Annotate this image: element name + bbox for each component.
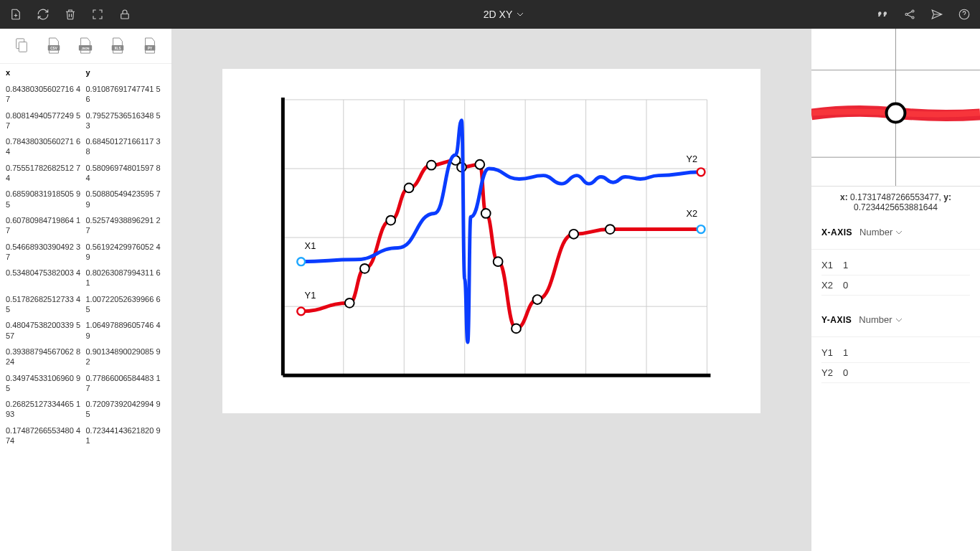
data-row[interactable]: 0.39388794567062 8240.90134890029085 92 [0,344,171,370]
copy-icon[interactable] [13,36,30,56]
refresh-icon[interactable] [36,7,50,22]
svg-point-41 [533,295,542,304]
chart-svg: X1Y1X2Y2 [251,94,732,388]
svg-point-1 [905,14,908,16]
data-row[interactable]: 0.54668930390492 370.56192429976052 49 [0,239,171,265]
quote-icon[interactable] [875,7,890,22]
lock-icon[interactable] [118,7,132,22]
svg-rect-0 [121,14,129,19]
cell-y: 1.00722052639966 65 [86,294,166,315]
svg-point-32 [386,216,395,225]
yaxis-inputs: Y11Y20 [811,337,980,393]
xaxis-inputs: X11X20 [811,250,980,306]
data-table: x y 0.84380305602716 470.91087691747741 … [0,64,171,448]
data-sidebar: CSV JSON XLS PY x y 0.84380305602716 470… [0,29,172,551]
send-icon[interactable] [930,7,944,22]
svg-text:CSV: CSV [50,47,57,50]
cell-y: 0.50880549423595 79 [86,189,166,209]
data-row[interactable]: 0.17487266553480 4740.72344143621820 91 [0,423,171,449]
svg-rect-6 [19,42,27,52]
main: CSV JSON XLS PY x y 0.84380305602716 470… [0,29,980,551]
data-row[interactable]: 0.34974533106960 950.77866006584483 17 [0,370,171,397]
axis-input-value: 0 [843,367,848,378]
json-export-icon[interactable]: JSON [77,36,94,56]
data-row[interactable]: 0.53480475382003 40.80263087994311 61 [0,265,171,291]
cell-x: 0.51782682512733 45 [6,294,86,315]
axis-input-row[interactable]: Y20 [821,363,970,383]
axis-input-label: X2 [821,280,843,291]
svg-point-43 [606,225,615,234]
svg-point-50 [697,168,705,176]
axis-input-row[interactable]: Y11 [821,343,970,363]
topbar-right [875,7,971,22]
cell-y: 0.77866006584483 17 [86,373,166,394]
coord-readout: x: 0.17317487266553477, y: 0.72344256538… [811,187,980,218]
export-toolbar: CSV JSON XLS PY [0,29,171,64]
cell-y: 0.72097392042994 95 [86,399,166,420]
cell-y: 0.68450127166117 38 [86,136,166,157]
svg-text:Y2: Y2 [686,154,697,164]
xaxis-section: X-AXIS Number [811,218,980,250]
svg-point-38 [481,209,491,218]
xaxis-type-select[interactable]: Number [859,227,903,237]
svg-point-31 [360,264,369,273]
data-row[interactable]: 0.26825127334465 1930.72097392042994 95 [0,396,171,423]
trash-icon[interactable] [63,7,77,22]
readout-y-val: 0.7234425653881644 [854,202,938,212]
svg-text:Y1: Y1 [305,290,316,301]
yaxis-type-select[interactable]: Number [859,314,902,325]
data-row[interactable]: 0.68590831918505 950.50880549423595 79 [0,186,171,212]
py-export-icon[interactable]: PY [141,36,159,56]
cell-x: 0.34974533106960 95 [6,373,86,394]
data-row[interactable]: 0.80814940577249 570.79527536516348 53 [0,108,171,134]
cell-x: 0.75551782682512 74 [6,163,86,184]
cell-y: 0.90134890029085 92 [86,347,166,367]
chart-panel[interactable]: X1Y1X2Y2 [222,69,760,413]
cell-y: 0.91087691747741 56 [86,84,166,105]
cell-x: 0.54668930390492 37 [6,242,86,263]
cell-y: 0.72344143621820 91 [86,425,166,446]
axis-input-value: 1 [843,260,848,270]
svg-text:X1: X1 [305,240,316,251]
xls-export-icon[interactable]: XLS [109,36,126,56]
svg-text:PY: PY [148,47,152,50]
data-row[interactable]: 0.51782682512733 451.00722052639966 65 [0,291,171,318]
cell-x: 0.39388794567062 824 [6,347,86,367]
fullscreen-icon[interactable] [90,7,105,22]
cell-y: 0.56192429976052 49 [86,242,166,263]
cell-y: 0.52574938896291 27 [86,215,166,236]
cell-x: 0.53480475382003 4 [6,268,86,288]
data-row[interactable]: 0.78438030560271 640.68450127166117 38 [0,133,171,160]
cell-y: 0.79527536516348 53 [86,110,166,131]
cell-y: 0.58096974801597 84 [86,163,166,184]
axis-input-row[interactable]: X11 [821,255,970,276]
csv-export-icon[interactable]: CSV [45,36,62,56]
axis-input-value: 1 [843,347,848,358]
preview-box[interactable] [811,29,980,187]
svg-point-3 [912,17,914,19]
svg-point-2 [912,10,914,12]
axis-input-row[interactable]: X20 [821,276,970,296]
data-row[interactable]: 0.48047538200339 5571.06497889605746 49 [0,317,171,344]
data-row[interactable]: 0.60780984719864 170.52574938896291 27 [0,212,171,239]
axis-input-label: X1 [821,260,843,270]
cell-x: 0.48047538200339 557 [6,320,86,341]
new-file-icon[interactable] [9,7,23,22]
yaxis-section: Y-AXIS Number [811,306,980,337]
topbar-left [9,7,132,22]
axis-input-label: Y1 [821,347,843,358]
crosshair-marker [887,104,905,123]
canvas-area[interactable]: X1Y1X2Y2 [172,29,811,551]
chart-type-selector[interactable]: 2D XY [132,9,875,20]
cell-x: 0.60780984719864 17 [6,215,86,236]
share-icon[interactable] [903,7,917,22]
cell-x: 0.26825127334465 193 [6,399,86,420]
help-icon[interactable] [957,7,971,22]
chart-type-label: 2D XY [484,9,512,20]
svg-point-40 [512,324,521,333]
data-row[interactable]: 0.75551782682512 740.58096974801597 84 [0,160,171,187]
inspector-sidebar: x: 0.17317487266553477, y: 0.72344256538… [811,29,980,551]
xaxis-title: X-AXIS [821,227,852,237]
data-row[interactable]: 0.84380305602716 470.91087691747741 56 [0,81,171,108]
topbar: 2D XY [0,0,980,29]
